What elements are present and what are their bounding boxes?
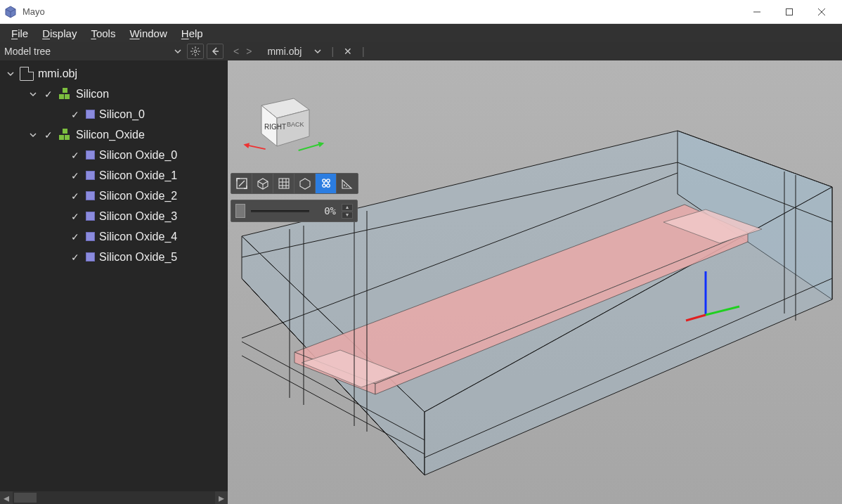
tree-group-row[interactable]: ✓ Silicon_Oxide: [0, 124, 228, 145]
svg-line-45: [239, 181, 245, 186]
menubar: File Display Tools Window Help: [0, 24, 842, 42]
group-icon: [59, 88, 72, 101]
document-tab-label: mmi.obj: [267, 46, 302, 57]
tab-close-button[interactable]: ✕: [341, 46, 355, 57]
caret-down-icon[interactable]: [28, 91, 38, 98]
tree-object-row[interactable]: ✓Silicon Oxide_3: [0, 206, 228, 226]
visibility-checkmark-icon[interactable]: ✓: [69, 108, 82, 121]
svg-rect-3: [786, 8, 793, 15]
measure-button[interactable]: [337, 174, 358, 193]
svg-line-40: [686, 315, 706, 321]
visibility-checkmark-icon[interactable]: ✓: [42, 88, 55, 101]
tree-object-row[interactable]: ✓ Silicon_0: [0, 104, 228, 124]
navcube-face-front-label: RIGHT: [264, 123, 286, 131]
visibility-checkmark-icon[interactable]: ✓: [69, 251, 82, 264]
object-icon: [86, 150, 95, 160]
model-tree-panel: Model tree mmi.obj ✓ Silicon ✓: [0, 42, 228, 504]
visibility-checkmark-icon[interactable]: ✓: [42, 129, 55, 141]
scroll-left-icon[interactable]: ◂: [0, 491, 13, 504]
panel-back-button[interactable]: [207, 44, 224, 59]
panel-settings-button[interactable]: [187, 44, 204, 59]
menu-window[interactable]: Window: [124, 26, 172, 41]
tree-object-label: Silicon Oxide_3: [99, 210, 177, 223]
tree-object-row[interactable]: ✓Silicon Oxide_2: [0, 186, 228, 206]
caret-down-icon[interactable]: [6, 70, 15, 77]
visibility-checkmark-icon[interactable]: ✓: [69, 169, 82, 182]
object-icon: [86, 212, 95, 221]
tab-nav-next-button[interactable]: >: [245, 46, 253, 57]
slider-rail[interactable]: [251, 210, 309, 212]
visibility-checkmark-icon[interactable]: ✓: [69, 210, 82, 223]
tree-root-row[interactable]: mmi.obj: [0, 63, 228, 84]
scrollbar-thumb[interactable]: [14, 493, 37, 503]
tree-group-label: Silicon: [76, 88, 109, 101]
view-toolbar: 0% ▴▾: [231, 173, 358, 222]
navcube-face-side-label: BACK: [287, 121, 304, 128]
svg-point-57: [326, 184, 329, 187]
shaded-button[interactable]: [316, 174, 337, 193]
visibility-checkmark-icon[interactable]: ✓: [69, 231, 82, 243]
scroll-right-icon[interactable]: ▸: [215, 491, 228, 504]
svg-point-55: [326, 179, 329, 182]
tree-group-label: Silicon_Oxide: [76, 129, 145, 141]
object-icon: [86, 232, 95, 241]
tree-object-row[interactable]: ✓Silicon Oxide_5: [0, 247, 228, 267]
tree-object-label: Silicon Oxide_4: [99, 231, 177, 243]
tab-dropdown-icon[interactable]: [311, 46, 324, 57]
svg-line-12: [197, 53, 199, 55]
horizontal-scrollbar[interactable]: ◂ ▸: [0, 491, 228, 504]
svg-point-54: [322, 179, 325, 182]
visibility-checkmark-icon[interactable]: ✓: [69, 190, 82, 202]
object-icon: [86, 110, 95, 119]
tree-object-label: Silicon Oxide_0: [99, 149, 177, 162]
group-icon: [59, 129, 72, 141]
model-tree: mmi.obj ✓ Silicon ✓ Silicon_0 ✓: [0, 60, 228, 273]
window-maximize-button[interactable]: [773, 1, 805, 23]
tree-group-row[interactable]: ✓ Silicon: [0, 84, 228, 104]
object-icon: [86, 191, 95, 200]
menu-display[interactable]: Display: [37, 26, 82, 41]
tab-nav-prev-button[interactable]: <: [232, 46, 240, 57]
origin-axes-icon: [685, 264, 748, 328]
orientation-cube[interactable]: RIGHT BACK: [245, 82, 322, 159]
explode-slider[interactable]: 0% ▴▾: [231, 200, 358, 222]
iso-view-button[interactable]: [252, 174, 273, 193]
fit-view-button[interactable]: [231, 174, 252, 193]
document-tab[interactable]: mmi.obj: [257, 46, 307, 57]
svg-marker-53: [300, 179, 310, 189]
window-titlebar: Mayo: [0, 0, 842, 24]
tree-object-row[interactable]: ✓Silicon Oxide_4: [0, 226, 228, 247]
panel-dropdown-icon[interactable]: [171, 48, 184, 55]
menu-tools[interactable]: Tools: [85, 26, 121, 41]
panel-splitter[interactable]: [0, 273, 228, 278]
file-icon: [20, 67, 34, 81]
caret-down-icon[interactable]: [28, 131, 38, 138]
svg-line-39: [706, 306, 739, 315]
menu-file[interactable]: File: [6, 26, 34, 41]
slider-spinner[interactable]: ▴▾: [342, 204, 353, 219]
visibility-checkmark-icon[interactable]: ✓: [69, 149, 82, 162]
tree-object-row[interactable]: ✓Silicon Oxide_0: [0, 145, 228, 165]
tree-root-label: mmi.obj: [38, 67, 77, 80]
panel-title: Model tree: [4, 46, 169, 57]
svg-point-56: [322, 184, 325, 187]
window-minimize-button[interactable]: [741, 1, 773, 23]
app-logo-icon: [4, 6, 17, 18]
tree-object-row[interactable]: ✓Silicon Oxide_1: [0, 165, 228, 186]
document-tabstrip: < > mmi.obj | ✕ |: [228, 42, 842, 60]
svg-line-14: [192, 53, 193, 55]
svg-rect-48: [279, 179, 289, 188]
3d-viewport[interactable]: RIGHT BACK 0%: [228, 60, 842, 504]
tree-object-label: Silicon Oxide_5: [99, 251, 177, 264]
wireframe-button[interactable]: [294, 174, 316, 193]
slider-value: 0%: [315, 205, 336, 217]
tree-object-label: Silicon_0: [99, 108, 145, 121]
slider-thumb[interactable]: [235, 204, 245, 218]
window-close-button[interactable]: [805, 1, 838, 23]
window-title: Mayo: [22, 6, 45, 17]
svg-line-13: [197, 48, 199, 49]
svg-point-6: [194, 50, 197, 53]
grid-view-button[interactable]: [273, 174, 294, 193]
properties-panel: [0, 278, 228, 491]
menu-help[interactable]: Help: [176, 26, 209, 41]
